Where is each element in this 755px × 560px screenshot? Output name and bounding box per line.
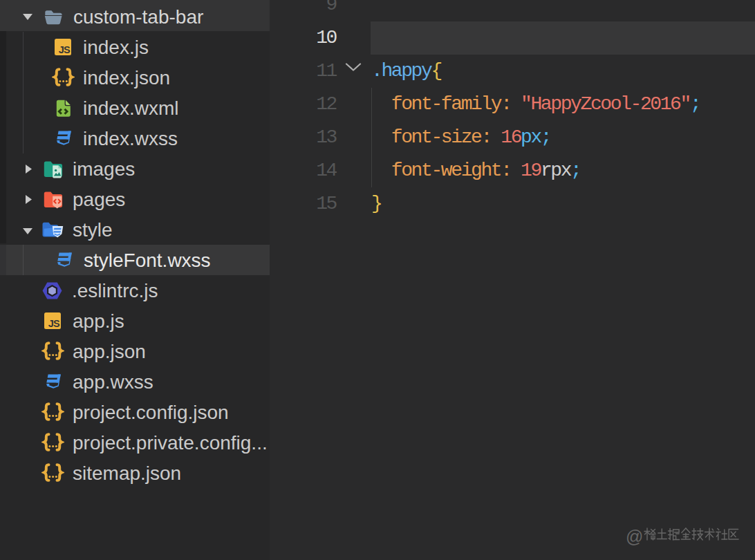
svg-text:@: @ — [626, 527, 643, 546]
svg-text:JS: JS — [59, 44, 71, 55]
svg-text:JS: JS — [48, 318, 60, 329]
